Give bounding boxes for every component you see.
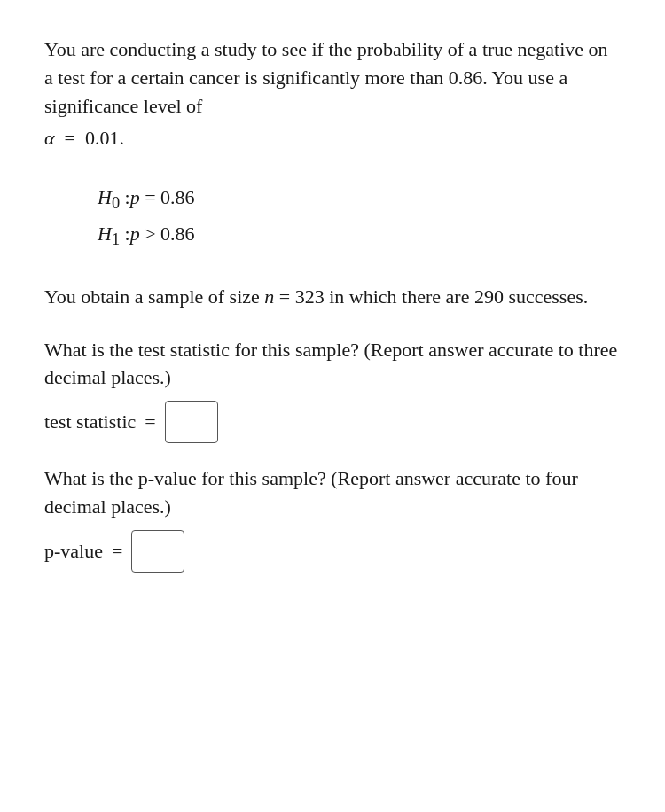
h0-text: H0 :p = 0.86 bbox=[98, 181, 195, 218]
intro-text: You are conducting a study to see if the… bbox=[44, 35, 621, 121]
sample-block: You obtain a sample of size n = 323 in w… bbox=[44, 283, 621, 311]
question2-block: What is the p-value for this sample? (Re… bbox=[44, 465, 621, 573]
h0-line: H0 :p = 0.86 bbox=[98, 181, 621, 218]
alpha-statement: α = 0.01. bbox=[44, 124, 621, 152]
question2-text: What is the p-value for this sample? (Re… bbox=[44, 465, 621, 521]
pvalue-row: p-value = bbox=[44, 530, 621, 573]
sample-text: You obtain a sample of size n = 323 in w… bbox=[44, 283, 621, 311]
question1-text: What is the test statistic for this samp… bbox=[44, 336, 621, 393]
question1-block: What is the test statistic for this samp… bbox=[44, 336, 621, 444]
pvalue-equals: = bbox=[112, 537, 122, 566]
h1-text: H1 :p > 0.86 bbox=[98, 217, 195, 254]
test-statistic-input[interactable] bbox=[165, 401, 218, 443]
test-statistic-equals: = bbox=[145, 408, 155, 436]
h1-line: H1 :p > 0.86 bbox=[98, 217, 621, 254]
pvalue-label: p-value bbox=[44, 537, 103, 566]
test-statistic-row: test statistic = bbox=[44, 401, 621, 443]
test-statistic-label: test statistic bbox=[44, 408, 136, 436]
pvalue-input[interactable] bbox=[131, 530, 184, 573]
intro-block: You are conducting a study to see if the… bbox=[44, 35, 621, 152]
hypotheses-block: H0 :p = 0.86 H1 :p > 0.86 bbox=[98, 181, 621, 254]
